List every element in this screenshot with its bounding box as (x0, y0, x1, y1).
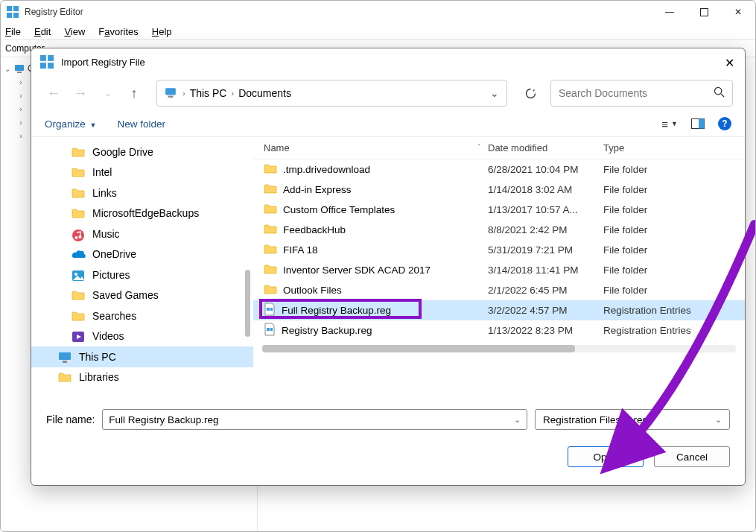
file-date: 2/1/2022 6:45 PM (488, 285, 603, 296)
sidebar-item[interactable]: Music (31, 224, 253, 244)
folder-icon (264, 264, 277, 276)
file-name: Inventor Server SDK ACAD 2017 (283, 265, 431, 276)
file-row[interactable]: FIFA 185/31/2019 7:21 PMFile folder (253, 240, 745, 260)
svg-rect-12 (168, 95, 174, 97)
menu-bar: File Edit View Favorites Help (1, 23, 755, 39)
sidebar-item[interactable]: Intel (31, 162, 253, 183)
file-type: File folder (603, 244, 745, 256)
back-button[interactable]: ← (43, 83, 64, 104)
sidebar-item-label: This PC (79, 351, 116, 363)
sidebar-item-label: Saved Games (92, 289, 159, 301)
sidebar[interactable]: Google DriveIntelLinksMicrosoftEdgeBacku… (31, 137, 253, 397)
breadcrumb-folder[interactable]: Documents (238, 87, 291, 99)
onedrive-icon (72, 249, 85, 259)
sidebar-item[interactable]: Links (31, 183, 253, 203)
breadcrumb[interactable]: › This PC › Documents ⌄ (156, 80, 507, 107)
sidebar-scrollbar-thumb[interactable] (245, 270, 250, 337)
dialog-title: Import Registry File (61, 57, 145, 68)
file-row[interactable]: Outlook Files2/1/2022 6:45 PMFile folder (253, 280, 745, 300)
dialog-close-button[interactable]: ✕ (721, 54, 737, 71)
sidebar-item[interactable]: Pictures (31, 265, 253, 285)
breadcrumb-root[interactable]: This PC (190, 87, 227, 99)
videos-icon (72, 331, 85, 341)
close-button[interactable]: ✕ (721, 1, 755, 23)
chevron-down-icon[interactable]: ⌄ (514, 415, 521, 425)
svg-rect-29 (270, 328, 273, 331)
thispc-icon (165, 86, 177, 101)
folder-icon (264, 244, 277, 256)
sidebar-item[interactable]: OneDrive (31, 244, 253, 265)
forward-button[interactable]: → (70, 83, 91, 104)
menu-view[interactable]: View (64, 26, 85, 37)
search-placeholder: Search Documents (559, 87, 647, 99)
sidebar-item-label: Videos (92, 330, 124, 342)
chevron-down-icon[interactable]: ⌄ (715, 415, 722, 425)
svg-rect-4 (700, 8, 708, 16)
sidebar-item[interactable]: Searches (31, 305, 253, 326)
sidebar-item[interactable]: Libraries (31, 367, 253, 388)
menu-favorites[interactable]: Favorites (98, 26, 138, 37)
file-row[interactable]: Inventor Server SDK ACAD 20173/14/2018 1… (253, 260, 745, 280)
folder-icon (264, 203, 277, 216)
minimize-button[interactable]: — (652, 1, 687, 23)
svg-rect-26 (267, 308, 270, 311)
menu-help[interactable]: Help (152, 26, 172, 37)
open-button[interactable]: Open (568, 446, 644, 467)
sidebar-item[interactable]: Google Drive (31, 142, 253, 162)
file-name: Full Registry Backup.reg (282, 305, 391, 316)
file-name: .tmp.drivedownload (283, 164, 370, 175)
sidebar-item[interactable]: Videos (31, 326, 253, 347)
file-row[interactable]: Custom Office Templates1/13/2017 10:57 A… (253, 200, 745, 220)
file-type: Registration Entries (603, 305, 745, 316)
sidebar-item-label: Searches (92, 310, 136, 322)
file-name: FeedbackHub (283, 224, 346, 235)
file-type: File folder (603, 224, 745, 235)
recent-button[interactable]: ⌄ (97, 83, 118, 104)
filename-input[interactable]: Full Registry Backup.reg⌄ (102, 409, 527, 430)
regedit-icon (7, 6, 19, 18)
view-button[interactable]: ≡ ▼ (661, 118, 678, 130)
menu-file[interactable]: File (5, 26, 21, 37)
svg-line-14 (721, 94, 724, 97)
sidebar-item-label: OneDrive (92, 248, 136, 260)
refresh-button[interactable] (519, 87, 541, 100)
file-row[interactable]: .tmp.drivedownload6/28/2021 10:04 PMFile… (253, 159, 745, 180)
file-type-filter[interactable]: Registration Files (*.reg)⌄ (535, 409, 730, 430)
file-name: Outlook Files (283, 285, 342, 296)
file-date: 1/13/2022 8:23 PM (488, 325, 603, 336)
svg-rect-2 (7, 13, 12, 18)
file-row[interactable]: Full Registry Backup.reg3/2/2022 4:57 PM… (253, 300, 745, 320)
sidebar-item[interactable]: Saved Games (31, 285, 253, 306)
file-name: Add-in Express (283, 184, 352, 195)
file-row[interactable]: FeedbackHub8/8/2021 2:42 PMFile folder (253, 220, 745, 240)
chevron-down-icon[interactable]: ⌄ (490, 87, 499, 99)
folder-icon (72, 311, 85, 321)
svg-rect-3 (13, 13, 19, 18)
new-folder-button[interactable]: New folder (117, 118, 165, 130)
file-row[interactable]: Add-in Express1/14/2018 3:02 AMFile fold… (253, 180, 745, 200)
file-row[interactable]: Registry Backup.reg1/13/2022 8:23 PMRegi… (253, 320, 745, 341)
filename-label: File name: (46, 414, 95, 425)
search-input[interactable]: Search Documents (550, 80, 733, 107)
file-type: File folder (603, 204, 745, 215)
svg-rect-7 (40, 55, 46, 61)
sidebar-item-label: Google Drive (92, 146, 153, 158)
sidebar-item[interactable]: This PC (31, 346, 253, 367)
preview-pane-button[interactable] (691, 118, 705, 129)
svg-point-17 (72, 229, 84, 241)
horizontal-scrollbar[interactable] (262, 345, 736, 352)
sidebar-item[interactable]: MicrosoftEdgeBackups (31, 203, 253, 224)
pictures-icon (72, 270, 85, 280)
up-button[interactable]: ↑ (124, 83, 144, 104)
svg-rect-10 (48, 63, 54, 69)
file-name: Registry Backup.reg (282, 325, 372, 336)
menu-edit[interactable]: Edit (34, 26, 51, 37)
music-icon (72, 229, 85, 239)
help-button[interactable]: ? (718, 117, 731, 130)
maximize-button[interactable] (687, 1, 721, 23)
column-headers[interactable]: Nameˆ Date modified Type (253, 137, 745, 159)
organize-button[interactable]: Organize ▼ (45, 118, 96, 130)
folder-icon (58, 372, 72, 382)
cancel-button[interactable]: Cancel (654, 446, 730, 467)
file-type: File folder (603, 265, 745, 276)
